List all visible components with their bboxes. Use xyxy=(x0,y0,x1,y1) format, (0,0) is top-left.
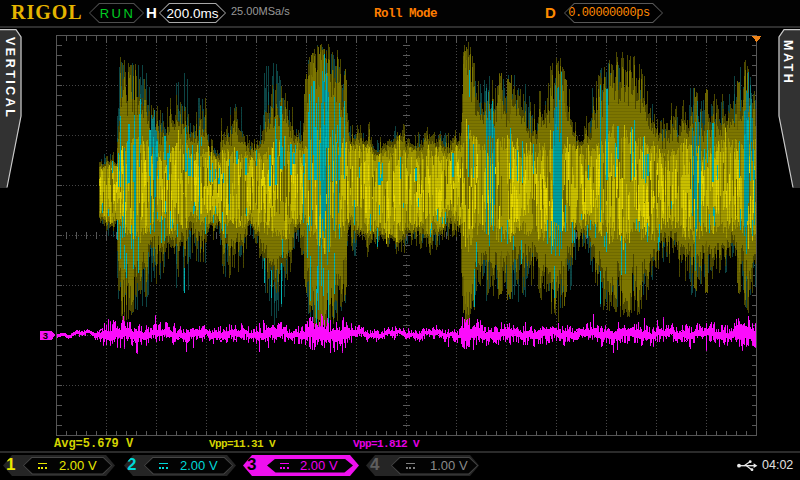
svg-text:3: 3 xyxy=(43,330,48,341)
